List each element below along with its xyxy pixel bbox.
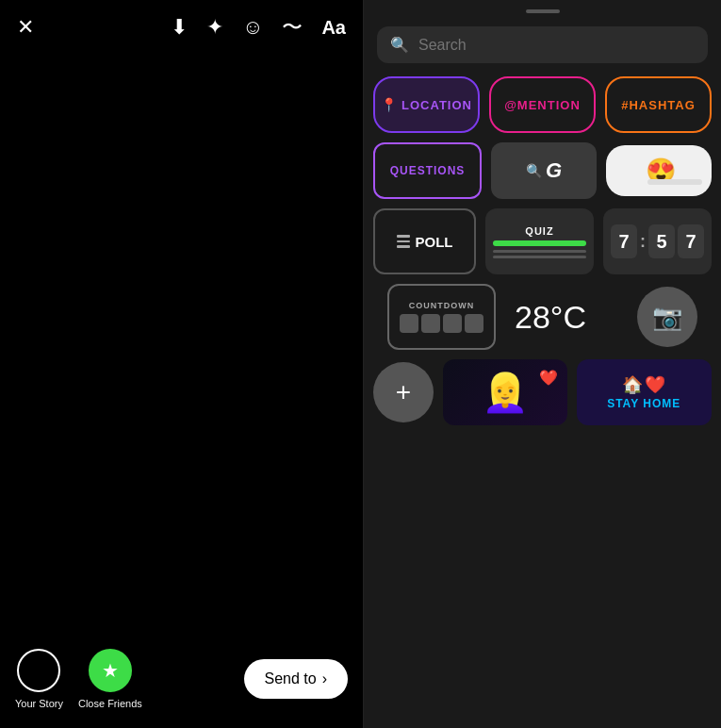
girl-sticker[interactable]: 👱‍♀️ ❤️	[443, 359, 567, 425]
hashtag-sticker[interactable]: #HASHTAG	[605, 76, 712, 133]
camera-icon: 📷	[652, 303, 682, 332]
send-to-button[interactable]: Send to ›	[244, 659, 348, 699]
camera-sticker[interactable]: 📷	[637, 287, 697, 347]
search-input[interactable]	[418, 37, 695, 54]
num-box-3: 7	[678, 224, 704, 258]
close-icon[interactable]: ✕	[17, 15, 34, 40]
heart-small-icon: ❤️	[645, 374, 665, 395]
story-canvas	[0, 55, 363, 637]
search-icon: 🔍	[390, 36, 409, 54]
giphy-sticker[interactable]: 🔍 G	[491, 142, 597, 199]
toolbar-left: ✕	[17, 15, 34, 40]
toolbar: ✕ ⬇ ✦ ☺ 〜 Aa	[0, 0, 363, 55]
stay-home-sticker[interactable]: 🏠 ❤️ STAY HOME	[577, 359, 713, 425]
emoji-slider-sticker[interactable]: 😍	[606, 145, 712, 196]
toolbar-right-icons: ⬇ ✦ ☺ 〜 Aa	[171, 13, 346, 41]
temperature-sticker[interactable]: 28°C	[505, 284, 628, 350]
num-box-1: 7	[611, 224, 637, 258]
num-box-2: 5	[648, 224, 675, 258]
download-icon[interactable]: ⬇	[171, 15, 188, 40]
stickers-grid: 📍 LOCATION @MENTION #HASHTAG QUESTIONS 🔍…	[364, 76, 721, 728]
star-icon: ★	[102, 659, 119, 682]
face-icon[interactable]: ☺	[242, 15, 263, 40]
pin-icon: 📍	[381, 97, 398, 112]
close-friends-label: Close Friends	[78, 698, 142, 709]
slider-bar	[647, 179, 702, 185]
close-friends-option[interactable]: ★ Close Friends	[78, 649, 142, 709]
countdown-label: COUNTDOWN	[409, 301, 475, 310]
sticker-row-5: + 👱‍♀️ ❤️ 🏠 ❤️ STAY HOME	[373, 359, 712, 425]
text-tool-button[interactable]: Aa	[321, 17, 346, 39]
your-story-label: Your Story	[15, 698, 63, 709]
mention-sticker[interactable]: @MENTION	[489, 76, 596, 133]
drag-handle[interactable]	[526, 9, 560, 13]
poll-label: POLL	[416, 234, 453, 250]
giphy-g-label: G	[546, 158, 562, 183]
sticker-row-2: QUESTIONS 🔍 G 😍	[373, 142, 712, 199]
giphy-search-icon: 🔍	[526, 163, 542, 178]
your-story-circle	[17, 649, 60, 692]
countdown-sticker[interactable]: COUNTDOWN	[387, 284, 496, 350]
poll-lines-icon	[397, 235, 410, 248]
sticker-row-1: 📍 LOCATION @MENTION #HASHTAG	[373, 76, 712, 133]
send-to-label: Send to	[265, 670, 317, 687]
sticker-row-4: COUNTDOWN 28°C 📷	[373, 284, 712, 350]
sticker-row-3: POLL QUIZ 7 : 5 7	[373, 208, 712, 274]
quiz-progress-bar	[493, 240, 586, 246]
house-icon: 🏠	[622, 374, 643, 395]
quiz-title-label: QUIZ	[525, 225, 553, 237]
squiggle-icon[interactable]: 〜	[282, 13, 303, 41]
sticker-tray: 🔍 📍 LOCATION @MENTION #HASHTAG QUESTIONS	[363, 0, 721, 728]
quiz-sticker[interactable]: QUIZ	[485, 208, 594, 274]
close-friends-circle: ★	[89, 649, 132, 692]
story-editor-panel: ✕ ⬇ ✦ ☺ 〜 Aa Your Story ★ Close Friends …	[0, 0, 363, 728]
add-sticker-button[interactable]: +	[373, 362, 434, 422]
send-to-arrow: ›	[322, 670, 327, 687]
sparkles-icon[interactable]: ✦	[206, 15, 223, 40]
bottom-bar: Your Story ★ Close Friends Send to ›	[0, 637, 363, 728]
temperature-label: 28°C	[515, 299, 586, 336]
stay-home-label: STAY HOME	[607, 397, 680, 410]
questions-sticker[interactable]: QUESTIONS	[373, 142, 482, 199]
poll-sticker[interactable]: POLL	[373, 208, 476, 274]
your-story-option[interactable]: Your Story	[15, 649, 63, 709]
girl-emoji: 👱‍♀️	[482, 371, 529, 415]
story-options: Your Story ★ Close Friends	[15, 649, 142, 709]
plus-icon: +	[396, 377, 411, 407]
search-bar: 🔍	[377, 26, 708, 63]
heart-emoji: ❤️	[539, 369, 558, 387]
countdown-numbers-sticker[interactable]: 7 : 5 7	[603, 208, 712, 274]
location-sticker[interactable]: 📍 LOCATION	[373, 76, 480, 133]
